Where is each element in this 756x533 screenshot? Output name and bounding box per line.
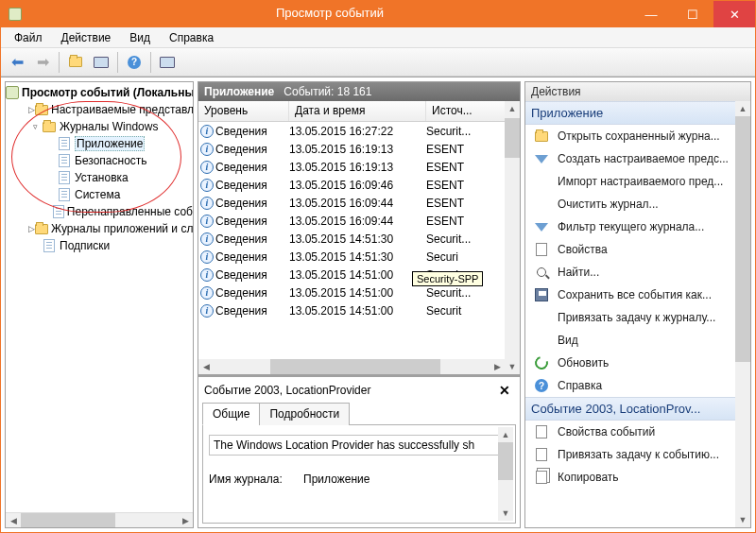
row-datetime: 13.05.2015 16:27:22 <box>289 125 426 138</box>
nav-forward-button[interactable]: ➡ <box>30 51 55 74</box>
panel-toggle-button[interactable] <box>89 51 113 74</box>
row-level: Сведения <box>215 215 289 228</box>
action-item[interactable]: Копировать▶ <box>525 466 750 489</box>
save-icon <box>535 288 548 301</box>
action-item[interactable]: Создать настраиваемое предс... <box>525 147 750 170</box>
event-row[interactable]: iСведения13.05.2015 14:51:30Securit... <box>198 230 520 248</box>
action-item[interactable]: Фильтр текущего журнала... <box>525 215 750 238</box>
tab-details[interactable]: Подробности <box>259 403 350 425</box>
action-item[interactable]: Обновить <box>525 352 750 374</box>
action-item[interactable]: Вид▶ <box>525 329 750 352</box>
info-icon: i <box>200 143 214 156</box>
action-item[interactable]: Импорт настраиваемого пред... <box>525 170 750 193</box>
nav-back-button[interactable]: ⬅ <box>5 51 29 74</box>
filter-icon <box>535 155 548 163</box>
actions-vscrollbar[interactable]: ▲▼ <box>735 101 750 527</box>
tree-twisty[interactable]: ▿ <box>28 122 42 131</box>
action-label: Найти... <box>558 266 745 279</box>
action-item[interactable]: Привязать задачу к журналу... <box>525 306 750 329</box>
section-title-label: Событие 2003, LocationProv... <box>531 402 700 416</box>
menu-help[interactable]: Справка <box>162 29 221 46</box>
toolbar-separator <box>150 52 151 73</box>
help-icon: ? <box>128 56 141 69</box>
window: Просмотр событий — ☐ ✕ Файл Действие Вид… <box>1 1 755 532</box>
tree-item[interactable]: Перенаправленные соб <box>6 203 193 220</box>
info-icon: i <box>200 232 214 246</box>
tree-twisty[interactable]: ▷ <box>28 224 35 233</box>
list-hscrollbar[interactable]: ◀▶ <box>198 359 505 374</box>
tree-item[interactable]: Приложение <box>6 135 193 152</box>
event-row[interactable]: iСведения13.05.2015 16:27:22Securit... <box>198 122 520 140</box>
show-tree-button[interactable] <box>63 51 88 74</box>
meta-logname-value: Приложение <box>303 473 369 486</box>
tab-general[interactable]: Общие <box>202 403 260 425</box>
tree-root[interactable]: Просмотр событий (Локальны <box>6 84 193 101</box>
menu-action[interactable]: Действие <box>54 29 119 46</box>
tree-pane: Просмотр событий (Локальны▷Настраиваемые… <box>5 81 194 528</box>
tooltip: Security-SPP <box>412 271 483 286</box>
row-datetime: 13.05.2015 14:51:00 <box>289 304 426 318</box>
col-datetime[interactable]: Дата и время <box>289 101 426 121</box>
tree-hscrollbar[interactable]: ◀▶ <box>6 512 193 527</box>
row-level: Сведения <box>215 286 289 300</box>
event-row[interactable]: iСведения13.05.2015 16:19:13ESENT <box>198 140 520 158</box>
tree-item[interactable]: Система <box>6 186 193 203</box>
log-icon <box>59 137 70 150</box>
row-level: Сведения <box>215 179 289 192</box>
folder-icon <box>35 224 48 234</box>
close-button[interactable]: ✕ <box>713 1 755 27</box>
tree-body[interactable]: Просмотр событий (Локальны▷Настраиваемые… <box>6 82 193 512</box>
action-label: Справка <box>558 379 730 392</box>
event-row[interactable]: iСведения13.05.2015 16:19:13ESENT <box>198 158 520 176</box>
center-header: Приложение Событий: 18 161 <box>198 82 520 101</box>
col-level[interactable]: Уровень <box>198 101 289 121</box>
tree-twisty[interactable]: ▷ <box>28 105 35 114</box>
info-icon: i <box>200 161 214 174</box>
folder-icon <box>69 57 82 67</box>
tree-item[interactable]: ▷Журналы приложений и сл <box>6 220 193 237</box>
properties-icon <box>536 243 547 256</box>
panel-toggle-button-2[interactable] <box>155 51 180 74</box>
action-item[interactable]: Привязать задачу к событию... <box>525 443 750 466</box>
tree-item-label: Журналы Windows <box>60 120 158 133</box>
action-item[interactable]: Свойства событий <box>525 421 750 443</box>
event-row[interactable]: iСведения13.05.2015 14:51:00Securit <box>198 301 520 319</box>
list-vscrollbar[interactable]: ▲▼ <box>505 101 520 374</box>
action-item[interactable]: Очистить журнал... <box>525 193 750 215</box>
event-row[interactable]: iСведения13.05.2015 16:09:46ESENT <box>198 176 520 194</box>
details-vscrollbar[interactable]: ▲▼ <box>498 427 513 521</box>
tree-item[interactable]: ▷Настраиваемые представл <box>6 101 193 118</box>
event-description: The Windows Location Provider has succes… <box>209 435 509 456</box>
event-row[interactable]: iСведения13.05.2015 16:09:44ESENT <box>198 194 520 212</box>
details-close-button[interactable]: ✕ <box>495 383 514 398</box>
menu-file[interactable]: Файл <box>7 29 50 46</box>
maximize-button[interactable]: ☐ <box>672 1 713 27</box>
event-rows[interactable]: iСведения13.05.2015 16:27:22Securit...iС… <box>198 122 520 374</box>
tree-item[interactable]: Безопасность <box>6 152 193 169</box>
tree-item[interactable]: ▿Журналы Windows <box>6 118 193 135</box>
actions-section-app-title[interactable]: Приложение▲ <box>525 101 750 125</box>
action-item[interactable]: Свойства <box>525 238 750 261</box>
row-datetime: 13.05.2015 14:51:30 <box>289 250 426 264</box>
tree-item[interactable]: Подписки <box>6 237 193 254</box>
info-icon: i <box>200 125 214 138</box>
actions-header-label: Действия <box>531 85 581 98</box>
menu-view[interactable]: Вид <box>122 29 158 46</box>
actions-section-event-title[interactable]: Событие 2003, LocationProv...▲ <box>525 397 750 421</box>
action-item[interactable]: Найти... <box>525 261 750 284</box>
help-icon: ? <box>535 379 548 392</box>
help-button[interactable]: ? <box>122 51 146 74</box>
tree-item-label: Система <box>75 188 120 201</box>
folder-icon <box>535 131 548 142</box>
properties-icon <box>536 448 547 461</box>
event-row[interactable]: iСведения13.05.2015 16:09:44ESENT <box>198 212 520 230</box>
action-label: Обновить <box>558 356 745 370</box>
minimize-button[interactable]: — <box>630 1 672 27</box>
action-item[interactable]: Сохранить все события как... <box>525 284 750 306</box>
action-item[interactable]: ?Справка▶ <box>525 374 750 397</box>
row-datetime: 13.05.2015 14:51:00 <box>289 286 426 300</box>
refresh-icon <box>532 353 550 371</box>
event-row[interactable]: iСведения13.05.2015 14:51:30Securi <box>198 248 520 266</box>
tree-item[interactable]: Установка <box>6 169 193 186</box>
action-item[interactable]: Открыть сохраненный журна... <box>525 125 750 147</box>
